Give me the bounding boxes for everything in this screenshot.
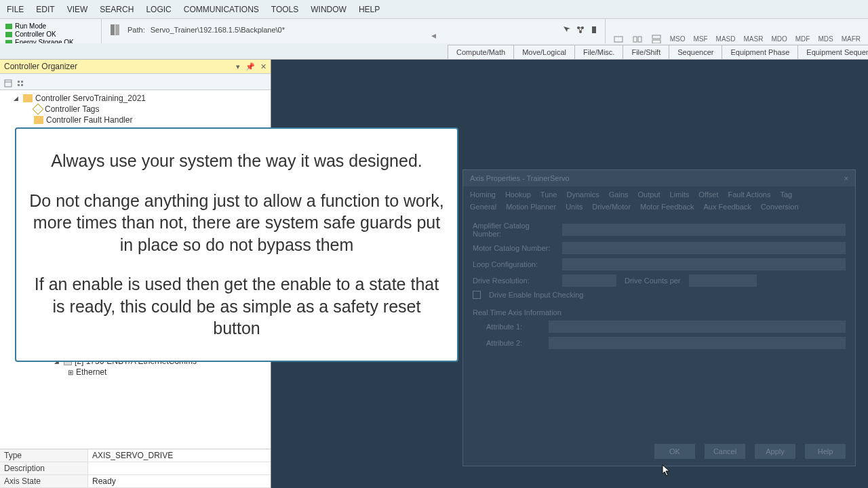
expander-icon[interactable]: ◢ — [14, 95, 20, 102]
dialog-cancel-button[interactable]: Cancel — [705, 444, 745, 459]
tip-paragraph-1: Always use your system the way it was de… — [28, 150, 445, 172]
dlg-tab-output[interactable]: Output — [638, 190, 660, 199]
dlg-tab-aux-feedback[interactable]: Aux Feedback — [704, 203, 751, 211]
network-icon[interactable] — [576, 26, 585, 34]
dlg-tab-offset[interactable]: Offset — [698, 190, 718, 199]
status-indicator-run — [5, 24, 12, 29]
toolbar-mdf[interactable]: MDF — [793, 35, 812, 43]
dlg-tab-dynamics[interactable]: Dynamics — [567, 190, 599, 199]
dlg-amp-catalog-field[interactable] — [562, 224, 846, 236]
status-run-mode: Run Mode — [15, 22, 46, 30]
dlg-tab-limits[interactable]: Limits — [670, 190, 690, 199]
dlg-tab-motion-planner[interactable]: Motion Planner — [506, 203, 556, 211]
dlg-motor-catalog-field[interactable] — [562, 242, 846, 254]
menu-search[interactable]: SEARCH — [100, 5, 134, 14]
dlg-tab-motor-feedback[interactable]: Motor Feedback — [640, 203, 694, 211]
organizer-toolbar — [0, 74, 271, 90]
organizer-tool-2-icon[interactable] — [16, 78, 24, 86]
properties-panel: Type AXIS_SERVO_DRIVE Description Axis S… — [0, 449, 271, 488]
folder-icon — [34, 116, 43, 124]
tab-move-logical[interactable]: Move/Logical — [513, 45, 575, 59]
organizer-title: Controller Organizer — [4, 62, 77, 71]
dlg-tab-general[interactable]: General — [470, 203, 496, 211]
dlg-drive-counts-label: Drive Counts per — [625, 277, 681, 285]
menu-tools[interactable]: TOOLS — [271, 5, 298, 14]
dlg-tab-gains[interactable]: Gains — [609, 190, 629, 199]
toolbar-msf[interactable]: MSF — [691, 35, 709, 43]
tree-controller-root[interactable]: ◢ Controller ServoTraining_2021 — [0, 93, 271, 104]
dlg-attr2-label: Attribute 2: — [486, 339, 540, 347]
tip-paragraph-3: If an enable is used then get the enable… — [28, 273, 445, 340]
module-icon[interactable] — [590, 26, 598, 34]
dlg-tab-drive-motor[interactable]: Drive/Motor — [592, 203, 631, 211]
svg-rect-15 — [652, 40, 660, 43]
menu-file[interactable]: FILE — [7, 5, 24, 14]
tab-sequencer[interactable]: Sequencer — [669, 45, 722, 59]
dlg-tab-hookup[interactable]: Hookup — [505, 190, 531, 199]
toolbar-mds[interactable]: MDS — [816, 35, 835, 43]
svg-rect-14 — [652, 35, 660, 39]
organizer-tool-1-icon[interactable] — [4, 78, 12, 86]
svg-rect-0 — [111, 24, 115, 35]
prop-axis-state-key: Axis State — [0, 475, 88, 487]
svg-rect-12 — [633, 37, 637, 42]
dlg-enable-checkbox[interactable] — [473, 291, 481, 299]
menu-view[interactable]: VIEW — [67, 5, 88, 14]
svg-rect-1 — [115, 24, 119, 35]
dlg-tab-tag[interactable]: Tag — [780, 190, 792, 199]
prop-description-key: Description — [0, 462, 88, 474]
organizer-pin-icon[interactable]: 📌 — [245, 62, 255, 71]
tree-fault-handler[interactable]: Controller Fault Handler — [0, 115, 271, 125]
dlg-tab-tune[interactable]: Tune — [540, 190, 557, 199]
organizer-dropdown-icon[interactable]: ▾ — [236, 62, 240, 71]
dialog-help-button[interactable]: Help — [805, 444, 846, 459]
dlg-tab-fault-actions[interactable]: Fault Actions — [728, 190, 770, 199]
toolbar-masr[interactable]: MASR — [742, 35, 766, 43]
svg-rect-5 — [592, 26, 596, 33]
toolbar-mdo[interactable]: MDO — [769, 35, 789, 43]
menu-logic[interactable]: LOGIC — [146, 5, 171, 14]
dlg-drive-res-field[interactable] — [562, 274, 616, 287]
dlg-attr2-field[interactable] — [549, 337, 846, 349]
tab-equipment-phase[interactable]: Equipment Phase — [722, 45, 798, 59]
prop-description-value[interactable] — [88, 462, 271, 474]
path-value[interactable]: Servo_Trainer\192.168.1.5\Backplane\0* — [151, 26, 285, 34]
dlg-attr1-field[interactable] — [549, 321, 846, 333]
tab-file-misc[interactable]: File/Misc. — [574, 45, 623, 59]
svg-rect-16 — [5, 80, 12, 87]
menu-help[interactable]: HELP — [359, 5, 380, 14]
tab-equipment-sequence[interactable]: Equipment Sequence — [797, 45, 868, 59]
menu-communications[interactable]: COMMUNICATIONS — [184, 5, 259, 14]
dialog-close-icon[interactable]: × — [844, 174, 848, 182]
organizer-close-icon[interactable]: ✕ — [260, 62, 267, 71]
tree-controller-tags[interactable]: Controller Tags — [0, 104, 271, 115]
tree-ethernet[interactable]: ⊞ Ethernet — [0, 367, 271, 378]
organizer-header: Controller Organizer ▾ 📌 ✕ — [0, 60, 271, 74]
dlg-rt-info-label: Real Time Axis Information — [473, 308, 561, 317]
toolbar-mso[interactable]: MSO — [668, 35, 688, 43]
menu-edit[interactable]: EDIT — [36, 5, 54, 14]
tab-file-shift[interactable]: File/Shift — [623, 45, 669, 59]
status-indicator-controller — [5, 32, 12, 37]
dlg-tab-units[interactable]: Units — [566, 203, 583, 211]
scroll-left-icon[interactable]: ◂ — [431, 30, 436, 41]
dlg-loop-config-label: Loop Configuration: — [473, 260, 554, 268]
axis-properties-dialog[interactable]: Axis Properties - TrainerServo × Homing … — [462, 169, 856, 466]
dlg-loop-config-field[interactable] — [562, 258, 846, 270]
select-icon[interactable] — [563, 26, 571, 34]
dlg-amp-catalog-label: Amplifier Catalog Number: — [473, 222, 554, 238]
menu-window[interactable]: WINDOW — [311, 5, 347, 14]
dlg-tab-homing[interactable]: Homing — [470, 190, 496, 199]
tab-compute-math[interactable]: Compute/Math — [448, 45, 514, 59]
controller-icon — [108, 23, 122, 37]
dialog-ok-button[interactable]: OK — [654, 444, 695, 459]
toolbar-masd[interactable]: MASD — [714, 35, 738, 43]
dlg-motor-catalog-label: Motor Catalog Number: — [473, 244, 554, 252]
dlg-tab-conversion[interactable]: Conversion — [761, 203, 799, 211]
dialog-apply-button[interactable]: Apply — [755, 444, 795, 459]
svg-rect-13 — [638, 37, 642, 42]
svg-rect-19 — [21, 81, 23, 83]
toolbar-mafr[interactable]: MAFR — [840, 35, 863, 43]
dlg-drive-counts-field[interactable] — [689, 274, 757, 287]
svg-rect-21 — [21, 84, 23, 86]
